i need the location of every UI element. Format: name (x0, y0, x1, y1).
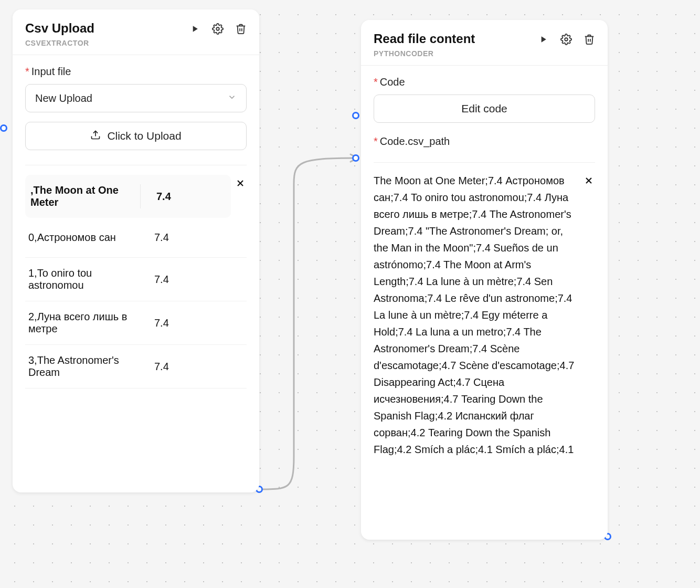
data-preview-table: ,The Moon at One Meter 7.4 0,Астрономов … (25, 175, 247, 388)
table-header-col2: 7.4 (147, 191, 171, 203)
divider (25, 165, 247, 165)
table-cell: 7.4 (145, 232, 169, 244)
table-cell: 2,Луна всего лишь в метре (28, 311, 139, 335)
divider (374, 162, 595, 163)
table-header-row: ,The Moon at One Meter 7.4 (25, 175, 231, 218)
trash-icon[interactable] (584, 34, 595, 45)
select-value: New Upload (35, 92, 92, 104)
gear-icon[interactable] (212, 23, 224, 35)
code-label: *Code (374, 76, 595, 88)
table-row: 3,The Astronomer's Dream7.4 (25, 345, 247, 388)
svg-point-0 (216, 27, 219, 30)
close-icon[interactable] (235, 178, 246, 191)
node-csv-upload[interactable]: Csv Upload CSVEXTRACTOR *Input file New … (13, 9, 259, 492)
play-icon[interactable] (189, 23, 200, 35)
table-cell: 3,The Astronomer's Dream (28, 354, 139, 379)
node-title: Read file content (374, 32, 475, 46)
node-subtitle: PYTHONCODER (374, 49, 475, 58)
port-right-in-top[interactable] (352, 112, 359, 119)
node-read-file[interactable]: Read file content PYTHONCODER *Code Edit… (361, 20, 608, 540)
output-text: The Moon at One Meter;7.4 Астрономов сан… (374, 172, 595, 458)
table-row: 2,Луна всего лишь в метре7.4 (25, 301, 247, 345)
node-header: Read file content PYTHONCODER (361, 20, 608, 66)
input-file-label: *Input file (25, 66, 247, 78)
upload-icon (90, 130, 101, 143)
port-right-in-path[interactable] (352, 154, 359, 162)
edit-code-button[interactable]: Edit code (374, 94, 595, 123)
click-to-upload-button[interactable]: Click to Upload (25, 122, 247, 150)
table-header-col1: ,The Moon at One Meter (30, 184, 141, 208)
table-row: 1,To oniro tou astronomou7.4 (25, 258, 247, 301)
node-canvas[interactable]: Csv Upload CSVEXTRACTOR *Input file New … (0, 0, 700, 588)
node-subtitle: CSVEXTRACTOR (25, 39, 94, 47)
table-cell: 0,Астрономов сан (28, 232, 139, 244)
node-title: Csv Upload (25, 21, 94, 36)
table-cell: 7.4 (145, 274, 169, 286)
trash-icon[interactable] (235, 23, 247, 35)
table-cell: 7.4 (145, 317, 169, 329)
node-header: Csv Upload CSVEXTRACTOR (13, 9, 259, 55)
table-cell: 7.4 (145, 361, 169, 373)
table-cell: 1,To oniro tou astronomou (28, 267, 139, 291)
upload-button-label: Click to Upload (107, 130, 181, 142)
table-row: 0,Астрономов сан7.4 (25, 218, 247, 258)
chevron-down-icon (227, 92, 237, 104)
port-left-in[interactable] (0, 124, 7, 132)
connector-line (257, 110, 367, 499)
close-icon[interactable] (584, 175, 594, 188)
code-csv-path-label: *Code.csv_path (374, 135, 595, 148)
play-icon[interactable] (537, 34, 549, 45)
svg-point-4 (565, 38, 568, 41)
upload-type-select[interactable]: New Upload (25, 84, 247, 112)
gear-icon[interactable] (560, 34, 572, 45)
